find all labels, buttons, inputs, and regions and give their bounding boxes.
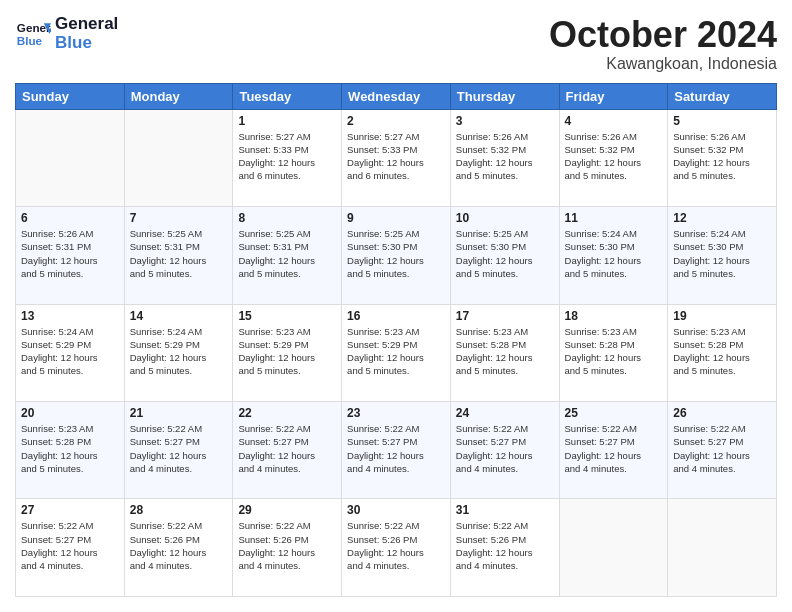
day-info: Sunrise: 5:24 AM Sunset: 5:30 PM Dayligh… bbox=[565, 227, 663, 280]
day-number: 11 bbox=[565, 211, 663, 225]
month-title: October 2024 bbox=[549, 15, 777, 55]
day-info: Sunrise: 5:24 AM Sunset: 5:29 PM Dayligh… bbox=[21, 325, 119, 378]
day-info: Sunrise: 5:26 AM Sunset: 5:32 PM Dayligh… bbox=[565, 130, 663, 183]
calendar-cell: 18Sunrise: 5:23 AM Sunset: 5:28 PM Dayli… bbox=[559, 304, 668, 401]
day-info: Sunrise: 5:27 AM Sunset: 5:33 PM Dayligh… bbox=[238, 130, 336, 183]
location: Kawangkoan, Indonesia bbox=[549, 55, 777, 73]
page: General Blue General Blue October 2024 K… bbox=[0, 0, 792, 612]
day-info: Sunrise: 5:22 AM Sunset: 5:26 PM Dayligh… bbox=[456, 519, 554, 572]
calendar-cell: 30Sunrise: 5:22 AM Sunset: 5:26 PM Dayli… bbox=[342, 499, 451, 597]
calendar-cell: 23Sunrise: 5:22 AM Sunset: 5:27 PM Dayli… bbox=[342, 402, 451, 499]
day-info: Sunrise: 5:22 AM Sunset: 5:27 PM Dayligh… bbox=[456, 422, 554, 475]
day-info: Sunrise: 5:22 AM Sunset: 5:27 PM Dayligh… bbox=[347, 422, 445, 475]
day-info: Sunrise: 5:23 AM Sunset: 5:29 PM Dayligh… bbox=[347, 325, 445, 378]
day-number: 30 bbox=[347, 503, 445, 517]
calendar-cell: 24Sunrise: 5:22 AM Sunset: 5:27 PM Dayli… bbox=[450, 402, 559, 499]
day-info: Sunrise: 5:26 AM Sunset: 5:32 PM Dayligh… bbox=[673, 130, 771, 183]
day-number: 16 bbox=[347, 309, 445, 323]
day-header-monday: Monday bbox=[124, 83, 233, 109]
day-number: 3 bbox=[456, 114, 554, 128]
calendar-cell: 31Sunrise: 5:22 AM Sunset: 5:26 PM Dayli… bbox=[450, 499, 559, 597]
calendar-cell: 25Sunrise: 5:22 AM Sunset: 5:27 PM Dayli… bbox=[559, 402, 668, 499]
day-number: 6 bbox=[21, 211, 119, 225]
day-info: Sunrise: 5:22 AM Sunset: 5:27 PM Dayligh… bbox=[565, 422, 663, 475]
svg-text:Blue: Blue bbox=[17, 33, 43, 46]
calendar-cell bbox=[124, 109, 233, 206]
calendar-cell: 20Sunrise: 5:23 AM Sunset: 5:28 PM Dayli… bbox=[16, 402, 125, 499]
calendar-table: SundayMondayTuesdayWednesdayThursdayFrid… bbox=[15, 83, 777, 597]
week-row-2: 6Sunrise: 5:26 AM Sunset: 5:31 PM Daylig… bbox=[16, 207, 777, 304]
week-row-1: 1Sunrise: 5:27 AM Sunset: 5:33 PM Daylig… bbox=[16, 109, 777, 206]
day-number: 12 bbox=[673, 211, 771, 225]
day-info: Sunrise: 5:24 AM Sunset: 5:30 PM Dayligh… bbox=[673, 227, 771, 280]
day-info: Sunrise: 5:25 AM Sunset: 5:30 PM Dayligh… bbox=[456, 227, 554, 280]
week-row-5: 27Sunrise: 5:22 AM Sunset: 5:27 PM Dayli… bbox=[16, 499, 777, 597]
day-number: 8 bbox=[238, 211, 336, 225]
day-info: Sunrise: 5:22 AM Sunset: 5:26 PM Dayligh… bbox=[238, 519, 336, 572]
calendar-cell: 2Sunrise: 5:27 AM Sunset: 5:33 PM Daylig… bbox=[342, 109, 451, 206]
day-number: 29 bbox=[238, 503, 336, 517]
day-number: 13 bbox=[21, 309, 119, 323]
day-number: 25 bbox=[565, 406, 663, 420]
day-info: Sunrise: 5:23 AM Sunset: 5:28 PM Dayligh… bbox=[673, 325, 771, 378]
day-header-thursday: Thursday bbox=[450, 83, 559, 109]
day-info: Sunrise: 5:23 AM Sunset: 5:28 PM Dayligh… bbox=[456, 325, 554, 378]
calendar-cell: 12Sunrise: 5:24 AM Sunset: 5:30 PM Dayli… bbox=[668, 207, 777, 304]
day-info: Sunrise: 5:22 AM Sunset: 5:27 PM Dayligh… bbox=[21, 519, 119, 572]
day-info: Sunrise: 5:26 AM Sunset: 5:32 PM Dayligh… bbox=[456, 130, 554, 183]
calendar-cell: 1Sunrise: 5:27 AM Sunset: 5:33 PM Daylig… bbox=[233, 109, 342, 206]
day-info: Sunrise: 5:22 AM Sunset: 5:27 PM Dayligh… bbox=[238, 422, 336, 475]
day-number: 23 bbox=[347, 406, 445, 420]
day-number: 28 bbox=[130, 503, 228, 517]
day-number: 7 bbox=[130, 211, 228, 225]
calendar-cell: 17Sunrise: 5:23 AM Sunset: 5:28 PM Dayli… bbox=[450, 304, 559, 401]
day-info: Sunrise: 5:24 AM Sunset: 5:29 PM Dayligh… bbox=[130, 325, 228, 378]
day-info: Sunrise: 5:23 AM Sunset: 5:28 PM Dayligh… bbox=[21, 422, 119, 475]
logo: General Blue General Blue bbox=[15, 15, 118, 52]
day-number: 31 bbox=[456, 503, 554, 517]
day-info: Sunrise: 5:22 AM Sunset: 5:26 PM Dayligh… bbox=[130, 519, 228, 572]
day-number: 20 bbox=[21, 406, 119, 420]
calendar-cell: 19Sunrise: 5:23 AM Sunset: 5:28 PM Dayli… bbox=[668, 304, 777, 401]
day-info: Sunrise: 5:23 AM Sunset: 5:29 PM Dayligh… bbox=[238, 325, 336, 378]
calendar-cell: 4Sunrise: 5:26 AM Sunset: 5:32 PM Daylig… bbox=[559, 109, 668, 206]
calendar-cell: 15Sunrise: 5:23 AM Sunset: 5:29 PM Dayli… bbox=[233, 304, 342, 401]
calendar-cell: 16Sunrise: 5:23 AM Sunset: 5:29 PM Dayli… bbox=[342, 304, 451, 401]
logo-icon: General Blue bbox=[15, 16, 51, 52]
calendar-cell: 6Sunrise: 5:26 AM Sunset: 5:31 PM Daylig… bbox=[16, 207, 125, 304]
day-header-wednesday: Wednesday bbox=[342, 83, 451, 109]
calendar-cell: 22Sunrise: 5:22 AM Sunset: 5:27 PM Dayli… bbox=[233, 402, 342, 499]
day-number: 21 bbox=[130, 406, 228, 420]
header: General Blue General Blue October 2024 K… bbox=[15, 15, 777, 73]
day-info: Sunrise: 5:25 AM Sunset: 5:31 PM Dayligh… bbox=[238, 227, 336, 280]
calendar-cell: 27Sunrise: 5:22 AM Sunset: 5:27 PM Dayli… bbox=[16, 499, 125, 597]
day-header-saturday: Saturday bbox=[668, 83, 777, 109]
day-header-tuesday: Tuesday bbox=[233, 83, 342, 109]
calendar-cell: 10Sunrise: 5:25 AM Sunset: 5:30 PM Dayli… bbox=[450, 207, 559, 304]
calendar-cell bbox=[668, 499, 777, 597]
calendar-cell: 21Sunrise: 5:22 AM Sunset: 5:27 PM Dayli… bbox=[124, 402, 233, 499]
day-number: 4 bbox=[565, 114, 663, 128]
calendar-header-row: SundayMondayTuesdayWednesdayThursdayFrid… bbox=[16, 83, 777, 109]
day-info: Sunrise: 5:27 AM Sunset: 5:33 PM Dayligh… bbox=[347, 130, 445, 183]
calendar-cell: 11Sunrise: 5:24 AM Sunset: 5:30 PM Dayli… bbox=[559, 207, 668, 304]
calendar-cell: 14Sunrise: 5:24 AM Sunset: 5:29 PM Dayli… bbox=[124, 304, 233, 401]
day-info: Sunrise: 5:22 AM Sunset: 5:27 PM Dayligh… bbox=[130, 422, 228, 475]
title-block: October 2024 Kawangkoan, Indonesia bbox=[549, 15, 777, 73]
day-header-friday: Friday bbox=[559, 83, 668, 109]
day-header-sunday: Sunday bbox=[16, 83, 125, 109]
logo-general: General bbox=[55, 15, 118, 34]
day-number: 17 bbox=[456, 309, 554, 323]
day-number: 19 bbox=[673, 309, 771, 323]
day-number: 27 bbox=[21, 503, 119, 517]
day-info: Sunrise: 5:23 AM Sunset: 5:28 PM Dayligh… bbox=[565, 325, 663, 378]
day-number: 15 bbox=[238, 309, 336, 323]
day-number: 18 bbox=[565, 309, 663, 323]
calendar-cell bbox=[559, 499, 668, 597]
calendar-cell: 13Sunrise: 5:24 AM Sunset: 5:29 PM Dayli… bbox=[16, 304, 125, 401]
day-number: 5 bbox=[673, 114, 771, 128]
day-number: 26 bbox=[673, 406, 771, 420]
calendar-cell: 9Sunrise: 5:25 AM Sunset: 5:30 PM Daylig… bbox=[342, 207, 451, 304]
week-row-3: 13Sunrise: 5:24 AM Sunset: 5:29 PM Dayli… bbox=[16, 304, 777, 401]
calendar-cell bbox=[16, 109, 125, 206]
